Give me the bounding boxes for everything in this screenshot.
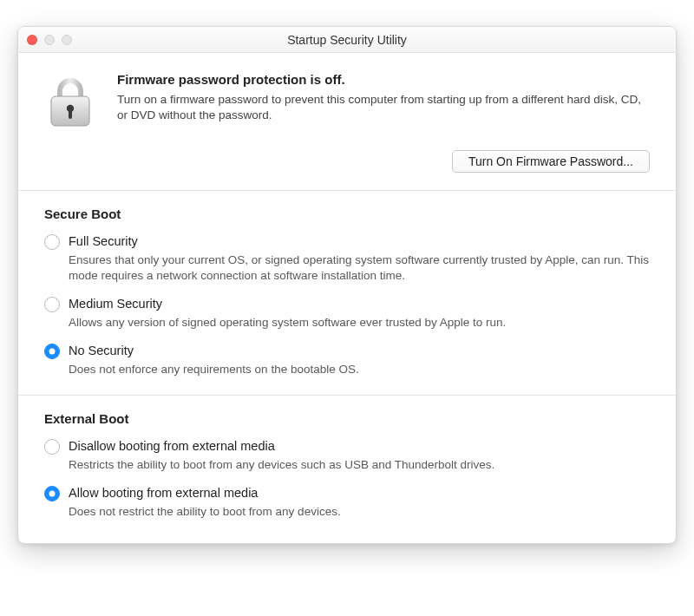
option-label: Medium Security [69, 296, 650, 312]
minimize-icon [44, 35, 55, 45]
option-disallow-external: Disallow booting from external media Res… [44, 438, 650, 473]
option-allow-external: Allow booting from external media Does n… [44, 485, 650, 520]
radio-medium-security[interactable] [44, 297, 60, 312]
radio-full-security[interactable] [44, 234, 60, 250]
maximize-icon [62, 35, 72, 45]
lock-icon [43, 74, 98, 129]
button-row: Turn On Firmware Password... [43, 150, 651, 173]
option-label: Full Security [69, 233, 650, 250]
option-label: Disallow booting from external media [69, 438, 650, 455]
option-description: Does not enforce any requirements on the… [69, 362, 650, 377]
radio-allow-external[interactable] [44, 486, 60, 501]
option-medium-security: Medium Security Allows any version of si… [44, 296, 650, 331]
option-no-security: No Security Does not enforce any require… [44, 343, 650, 377]
header-row: Firmware password protection is off. Tur… [43, 72, 651, 129]
radio-disallow-external[interactable] [44, 439, 60, 455]
close-icon[interactable] [27, 35, 37, 45]
turn-on-firmware-password-button[interactable]: Turn On Firmware Password... [452, 150, 650, 173]
external-boot-section: External Boot Disallow booting from exte… [18, 396, 676, 542]
option-description: Allows any version of signed operating s… [69, 315, 650, 331]
firmware-password-status-title: Firmware password protection is off. [117, 72, 651, 87]
secure-boot-section: Secure Boot Full Security Ensures that o… [18, 191, 676, 396]
radio-no-security[interactable] [44, 344, 60, 359]
window: Startup Security Utility [17, 26, 677, 544]
window-title: Startup Security Utility [287, 33, 407, 47]
option-description: Restricts the ability to boot from any d… [69, 457, 650, 473]
titlebar: Startup Security Utility [18, 27, 676, 53]
firmware-password-description: Turn on a firmware password to prevent t… [117, 92, 651, 123]
external-boot-heading: External Boot [44, 411, 650, 426]
traffic-lights [27, 35, 72, 45]
option-label: Allow booting from external media [69, 485, 650, 501]
header-text: Firmware password protection is off. Tur… [117, 72, 651, 123]
option-description: Ensures that only your current OS, or si… [69, 252, 650, 284]
firmware-password-section: Firmware password protection is off. Tur… [18, 53, 676, 191]
option-description: Does not restrict the ability to boot fr… [69, 504, 650, 520]
svg-rect-2 [69, 110, 72, 119]
option-full-security: Full Security Ensures that only your cur… [44, 233, 650, 284]
secure-boot-heading: Secure Boot [44, 206, 650, 221]
option-label: No Security [69, 343, 650, 359]
